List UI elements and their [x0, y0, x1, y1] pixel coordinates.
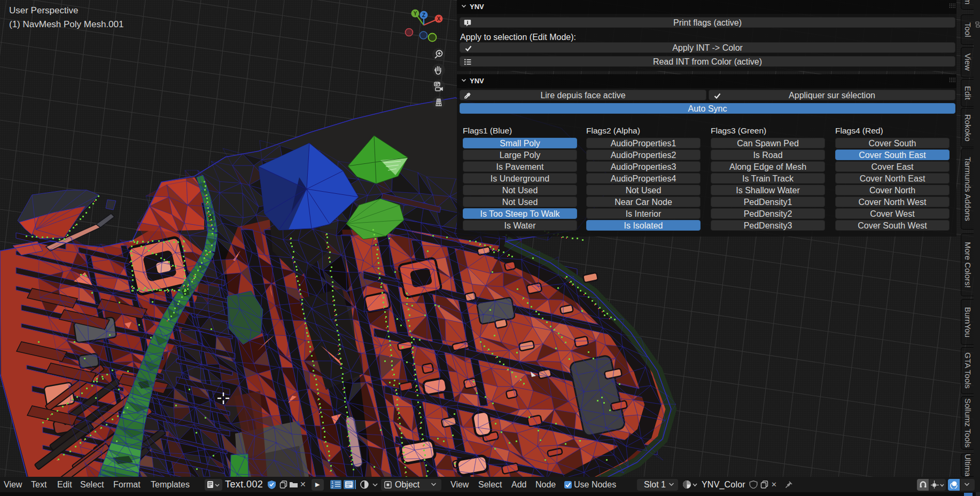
svg-text:2: 2	[331, 485, 333, 489]
svg-text:1: 1	[331, 481, 333, 484]
svg-text:X: X	[437, 16, 441, 22]
svg-text:Y: Y	[414, 11, 417, 17]
svg-text:Z: Z	[422, 12, 425, 18]
